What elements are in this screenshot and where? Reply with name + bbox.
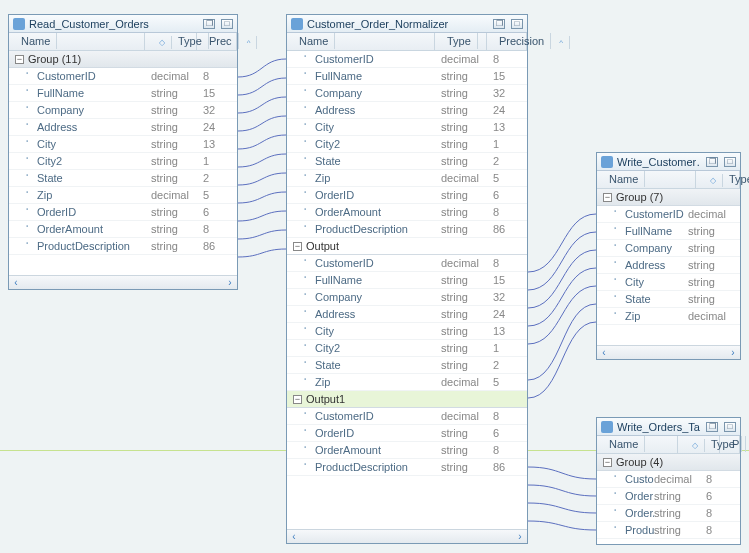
field-row[interactable]: CustomerIDdecimal8 — [287, 408, 527, 425]
field-name: State — [625, 293, 688, 305]
field-row[interactable]: OrderIDstring6 — [287, 425, 527, 442]
h-scrollbar[interactable]: ‹› — [597, 345, 740, 359]
field-row[interactable]: OrderAm…string8 — [597, 505, 740, 522]
field-row[interactable]: Addressstring24 — [287, 102, 527, 119]
field-row[interactable]: Statestring2 — [287, 153, 527, 170]
field-precision: 13 — [493, 121, 527, 133]
restore-button[interactable]: ❐ — [706, 157, 718, 167]
h-scrollbar[interactable]: ‹› — [287, 529, 527, 543]
column-headers[interactable]: Name ◇Type — [597, 171, 740, 189]
field-row[interactable]: FullNamestring15 — [287, 68, 527, 85]
collapse-icon[interactable]: − — [293, 242, 302, 251]
field-row[interactable]: City2string1 — [287, 340, 527, 357]
field-row[interactable]: ProductD…string8 — [597, 522, 740, 539]
field-row[interactable]: City2string1 — [287, 136, 527, 153]
field-row[interactable]: OrderIDstring6 — [287, 187, 527, 204]
field-row[interactable]: CustomerIDdecimal8 — [287, 51, 527, 68]
field-row[interactable]: FullNamestring — [597, 223, 740, 240]
field-row[interactable]: Citystring13 — [9, 136, 237, 153]
panel-titlebar[interactable]: Read_Customer_Orders ❐ □ — [9, 15, 237, 33]
scroll-right-icon[interactable]: › — [513, 531, 527, 542]
collapse-icon[interactable]: − — [603, 458, 612, 467]
field-row[interactable]: CustomerIDdecimal8 — [597, 471, 740, 488]
collapse-icon[interactable]: − — [15, 55, 24, 64]
field-row[interactable]: Citystring13 — [287, 119, 527, 136]
restore-button[interactable]: ❐ — [493, 19, 505, 29]
field-row[interactable]: OrderAmountstring8 — [9, 221, 237, 238]
panel-titlebar[interactable]: Write_Customer… ❐ □ — [597, 153, 740, 171]
field-row[interactable]: Addressstring24 — [287, 306, 527, 323]
field-row[interactable]: Addressstring — [597, 257, 740, 274]
field-row[interactable]: Zipdecimal5 — [287, 374, 527, 391]
scroll-right-icon[interactable]: › — [223, 277, 237, 288]
output1-group-header[interactable]: −Output1 — [287, 391, 527, 408]
field-name: City2 — [37, 155, 151, 167]
panel-write-customer[interactable]: Write_Customer… ❐ □ Name ◇Type −Group (7… — [596, 152, 741, 360]
group-header[interactable]: −Group (4) — [597, 454, 740, 471]
field-type: string — [441, 359, 493, 371]
scroll-right-icon[interactable]: › — [726, 347, 740, 358]
field-row[interactable]: Statestring — [597, 291, 740, 308]
panel-titlebar[interactable]: Write_Orders_Target ❐ □ — [597, 418, 740, 436]
field-row[interactable]: CustomerIDdecimal8 — [9, 68, 237, 85]
maximize-button[interactable]: □ — [221, 19, 233, 29]
group-header[interactable]: −Group (11) — [9, 51, 237, 68]
collapse-icon[interactable]: − — [293, 395, 302, 404]
field-row[interactable]: CustomerIDdecimal8 — [287, 255, 527, 272]
column-headers[interactable]: Name Type Precision^ — [287, 33, 527, 51]
field-row[interactable]: OrderAmountstring8 — [287, 442, 527, 459]
panel-customer-order-normalizer[interactable]: Customer_Order_Normalizer ❐ □ Name Type … — [286, 14, 528, 544]
field-row[interactable]: Companystring32 — [9, 102, 237, 119]
scroll-left-icon[interactable]: ‹ — [597, 347, 611, 358]
panel-read-customer-orders[interactable]: Read_Customer_Orders ❐ □ Name ◇Type Prec… — [8, 14, 238, 290]
field-name: OrderAmount — [37, 223, 151, 235]
field-type: string — [441, 444, 493, 456]
field-row[interactable]: Companystring — [597, 240, 740, 257]
maximize-button[interactable]: □ — [511, 19, 523, 29]
field-row[interactable]: Statestring2 — [287, 357, 527, 374]
field-row[interactable]: Companystring32 — [287, 85, 527, 102]
field-row[interactable]: OrderAmountstring8 — [287, 204, 527, 221]
h-scrollbar[interactable]: ‹› — [9, 275, 237, 289]
field-row[interactable]: ProductDescriptionstring86 — [9, 238, 237, 255]
restore-button[interactable]: ❐ — [706, 422, 718, 432]
field-name: Address — [37, 121, 151, 133]
column-headers[interactable]: Name ◇Type Prec^ — [9, 33, 237, 51]
field-precision: 24 — [203, 121, 237, 133]
panel-title-text: Write_Customer… — [617, 156, 700, 168]
panel-titlebar[interactable]: Customer_Order_Normalizer ❐ □ — [287, 15, 527, 33]
field-type: string — [441, 189, 493, 201]
maximize-button[interactable]: □ — [724, 422, 736, 432]
field-precision: 6 — [493, 427, 527, 439]
field-row[interactable]: Zipdecimal — [597, 308, 740, 325]
panel-write-orders-target[interactable]: Write_Orders_Target ❐ □ Name ◇Type P −Gr… — [596, 417, 741, 545]
field-row[interactable]: OrderIDstring6 — [9, 204, 237, 221]
field-name: CustomerID — [625, 473, 654, 485]
collapse-icon[interactable]: − — [603, 193, 612, 202]
field-row[interactable]: Companystring32 — [287, 289, 527, 306]
column-headers[interactable]: Name ◇Type P — [597, 436, 740, 454]
field-row[interactable]: ProductDescriptionstring86 — [287, 221, 527, 238]
field-type: string — [441, 121, 493, 133]
field-precision: 8 — [706, 524, 740, 536]
scroll-left-icon[interactable]: ‹ — [287, 531, 301, 542]
restore-button[interactable]: ❐ — [203, 19, 215, 29]
field-row[interactable]: FullNamestring15 — [287, 272, 527, 289]
field-row[interactable]: ProductDescriptionstring86 — [287, 459, 527, 476]
field-row[interactable]: Citystring — [597, 274, 740, 291]
field-row[interactable]: FullNamestring15 — [9, 85, 237, 102]
maximize-button[interactable]: □ — [724, 157, 736, 167]
field-row[interactable]: City2string1 — [9, 153, 237, 170]
field-row[interactable]: Statestring2 — [9, 170, 237, 187]
field-row[interactable]: CustomerIDdecimal — [597, 206, 740, 223]
field-row[interactable]: Addressstring24 — [9, 119, 237, 136]
field-row[interactable]: OrderIDstring6 — [597, 488, 740, 505]
field-row[interactable]: Zipdecimal5 — [287, 170, 527, 187]
field-row[interactable]: Zipdecimal5 — [9, 187, 237, 204]
scroll-left-icon[interactable]: ‹ — [9, 277, 23, 288]
field-row[interactable]: Citystring13 — [287, 323, 527, 340]
field-name: OrderID — [315, 189, 441, 201]
group-header[interactable]: −Group (7) — [597, 189, 740, 206]
output-group-header[interactable]: −Output — [287, 238, 527, 255]
field-precision: 8 — [493, 410, 527, 422]
